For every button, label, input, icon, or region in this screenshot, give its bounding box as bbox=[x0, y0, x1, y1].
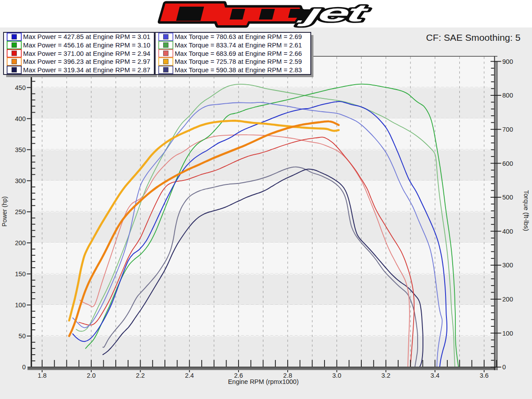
svg-text:300: 300 bbox=[502, 262, 513, 269]
svg-text:Max Torque = 833.74 at Engine: Max Torque = 833.74 at Engine RPM = 2.61 bbox=[175, 42, 302, 49]
svg-text:Max Torque = 725.78 at Engine: Max Torque = 725.78 at Engine RPM = 2.59 bbox=[175, 58, 302, 65]
svg-text:450: 450 bbox=[15, 84, 26, 91]
svg-text:3.4: 3.4 bbox=[430, 372, 439, 379]
svg-text:Max Power = 319.34 at Engine R: Max Power = 319.34 at Engine RPM = 2.87 bbox=[23, 66, 150, 74]
svg-text:600: 600 bbox=[502, 160, 513, 167]
svg-text:1.8: 1.8 bbox=[38, 372, 47, 379]
svg-text:900: 900 bbox=[502, 58, 513, 65]
svg-text:Max Torque = 590.38 at Engine: Max Torque = 590.38 at Engine RPM = 2.83 bbox=[175, 66, 302, 74]
svg-text:3.2: 3.2 bbox=[381, 372, 390, 379]
svg-text:Max Power = 396.23 at Engine R: Max Power = 396.23 at Engine RPM = 2.97 bbox=[23, 58, 150, 65]
svg-text:2.4: 2.4 bbox=[185, 372, 194, 379]
svg-text:CF: SAE Smoothing: 5: CF: SAE Smoothing: 5 bbox=[426, 32, 520, 43]
svg-text:Engine RPM (rpmx1000): Engine RPM (rpmx1000) bbox=[228, 378, 299, 385]
svg-text:700: 700 bbox=[502, 126, 513, 133]
svg-text:500: 500 bbox=[502, 194, 513, 201]
svg-text:Max Power = 371.00 at Engine R: Max Power = 371.00 at Engine RPM = 2.94 bbox=[23, 50, 150, 57]
svg-text:100: 100 bbox=[502, 330, 513, 337]
svg-text:2.0: 2.0 bbox=[87, 372, 96, 379]
svg-text:Max Power = 456.16 at Engine R: Max Power = 456.16 at Engine RPM = 3.10 bbox=[23, 42, 150, 49]
svg-text:3.0: 3.0 bbox=[332, 372, 341, 379]
svg-text:400: 400 bbox=[15, 115, 26, 122]
svg-text:Max Power = 427.85 at Engine R: Max Power = 427.85 at Engine RPM = 3.01 bbox=[23, 33, 150, 40]
svg-text:0: 0 bbox=[22, 364, 26, 371]
svg-text:ȷet: ȷet bbox=[297, 0, 372, 27]
svg-text:Max Torque = 683.69 at Engine: Max Torque = 683.69 at Engine RPM = 2.66 bbox=[175, 50, 302, 57]
svg-text:100: 100 bbox=[15, 301, 26, 309]
svg-text:200: 200 bbox=[15, 239, 26, 246]
svg-text:50: 50 bbox=[19, 332, 26, 340]
svg-text:400: 400 bbox=[502, 228, 513, 235]
svg-text:Max Torque = 780.63 at Engine: Max Torque = 780.63 at Engine RPM = 2.69 bbox=[175, 33, 302, 40]
svg-text:350: 350 bbox=[15, 146, 26, 153]
svg-text:Torque (ft-lbs): Torque (ft-lbs) bbox=[523, 190, 530, 231]
svg-text:200: 200 bbox=[502, 296, 513, 303]
svg-text:250: 250 bbox=[15, 208, 26, 215]
svg-text:300: 300 bbox=[15, 177, 26, 184]
svg-text:150: 150 bbox=[15, 270, 26, 278]
svg-text:0: 0 bbox=[502, 364, 506, 371]
svg-text:2.2: 2.2 bbox=[136, 372, 145, 379]
svg-text:Power (hp): Power (hp) bbox=[1, 196, 8, 227]
svg-text:800: 800 bbox=[502, 92, 513, 99]
svg-text:3.6: 3.6 bbox=[480, 372, 489, 379]
